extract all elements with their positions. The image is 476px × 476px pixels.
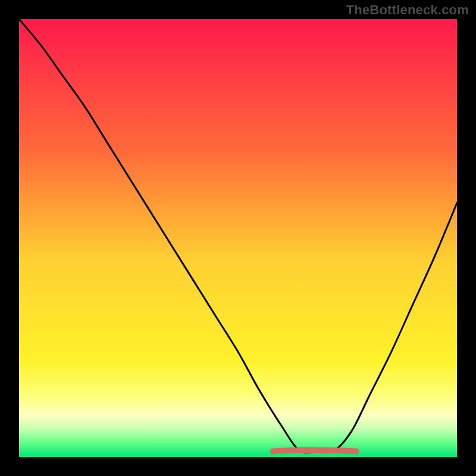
- chart-frame: TheBottleneck.com: [0, 0, 476, 476]
- plot-area: [19, 19, 457, 457]
- gradient-background: [19, 19, 457, 457]
- watermark-text: TheBottleneck.com: [346, 2, 469, 18]
- optimal-marker: [273, 450, 356, 451]
- chart-svg: [19, 19, 457, 457]
